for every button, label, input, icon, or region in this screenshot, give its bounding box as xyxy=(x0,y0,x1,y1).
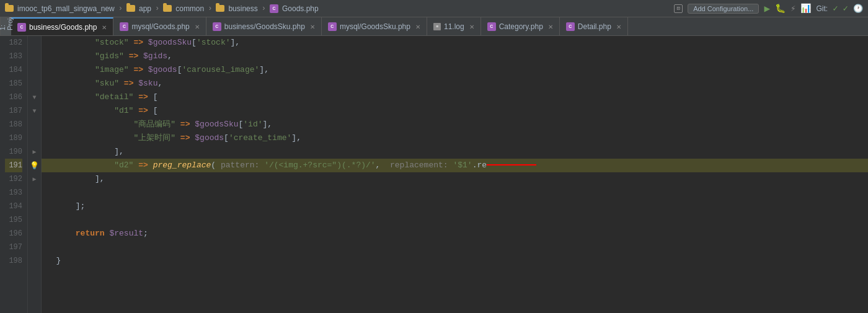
bracket-token: ( xyxy=(211,161,216,170)
line-numbers: 182 183 184 185 186 187 188 189 190 191 … xyxy=(0,36,28,313)
regex-token: '/(<img.+?src=")(.*?)/' xyxy=(264,161,375,170)
gutter-cell-bulb[interactable]: 💡 xyxy=(28,159,41,172)
tab-label: mysql/Goods.php xyxy=(131,22,189,31)
gutter-cell-fold[interactable]: ▼ xyxy=(28,90,41,104)
code-line-185: "sku" => $sku, xyxy=(42,77,868,90)
tab-mysql-goodssku[interactable]: C mysql/GoodsSku.php ✕ xyxy=(322,17,427,36)
tab-category[interactable]: C Category.php ✕ xyxy=(481,17,560,36)
gutter-cell xyxy=(28,213,41,227)
string-token: "gids" xyxy=(95,51,124,61)
tab-business-goods[interactable]: C business/Goods.php ✕ xyxy=(11,17,113,36)
fold-arrow-icon[interactable]: ▼ xyxy=(32,94,36,101)
line-number: 183 xyxy=(5,50,22,63)
string-token: 'stock' xyxy=(197,38,231,47)
tabs-bar: 1: Project C business/Goods.php ✕ C mysq… xyxy=(0,17,868,36)
gutter-cell-fold[interactable]: ▼ xyxy=(28,104,41,118)
coverage-button[interactable]: 📊 xyxy=(800,3,811,14)
folder-icon-common xyxy=(163,5,172,12)
line-number: 193 xyxy=(5,186,22,200)
operator-token: => xyxy=(138,161,148,170)
code-line-191: "d2" => preg_replace( pattern: '/(<img.+… xyxy=(42,159,868,172)
tab-close-button[interactable]: ✕ xyxy=(616,24,621,30)
run-button[interactable]: ▶ xyxy=(764,2,770,15)
tab-label: Category.php xyxy=(499,22,543,31)
gutter-cell xyxy=(28,186,41,200)
tab-close-button[interactable]: ✕ xyxy=(469,24,474,30)
git-check-2: ✓ xyxy=(843,3,848,14)
code-lines[interactable]: "stock" => $goodsSku['stock'], "gids" =>… xyxy=(42,36,868,313)
operator-token: => xyxy=(180,133,190,143)
gutter-cell xyxy=(28,200,41,213)
tab-business-goodssku[interactable]: C business/GoodsSku.php ✕ xyxy=(206,17,322,36)
folder-icon xyxy=(5,5,14,12)
operator-token: => xyxy=(138,106,148,115)
string-token: "stock" xyxy=(95,38,129,47)
param-label-token: pattern: xyxy=(221,161,259,170)
line-number: 182 xyxy=(5,36,22,50)
add-configuration-button[interactable]: Add Configuration... xyxy=(688,4,759,14)
operator-token: => xyxy=(138,92,148,102)
code-line-192: ], xyxy=(42,172,868,186)
line-number: 194 xyxy=(5,200,22,213)
code-line-196: return $result; xyxy=(42,227,868,240)
title-bar: imooc_tp6_mall_singwa_new › app › common… xyxy=(0,0,868,17)
tab-close-button[interactable]: ✕ xyxy=(548,24,553,30)
tab-label: 11.log xyxy=(444,22,464,31)
code-line-189: "上架时间" => $goods['create_time'], xyxy=(42,131,868,145)
gutter-cell xyxy=(28,118,41,131)
bracket-token: ] xyxy=(291,133,296,143)
string-token: "d2" xyxy=(114,161,133,170)
line-number: 190 xyxy=(5,145,22,159)
bulb-icon[interactable]: 💡 xyxy=(30,161,39,170)
tab-11log[interactable]: ≡ 11.log ✕ xyxy=(427,17,481,36)
tab-php-icon: C xyxy=(487,22,496,31)
gutter-cell-fold[interactable]: ▶ xyxy=(28,145,41,159)
code-line-190: ], xyxy=(42,145,868,159)
tab-close-button[interactable]: ✕ xyxy=(415,24,420,30)
bracket-token: [ xyxy=(153,106,158,115)
tab-close-button[interactable]: ✕ xyxy=(310,24,315,30)
gutter-cell xyxy=(28,227,41,240)
keyword-token: return xyxy=(76,229,105,238)
line-number: 196 xyxy=(5,227,22,240)
string-token: 'id' xyxy=(243,120,262,129)
line-number: 198 xyxy=(5,254,22,268)
project-panel-tab[interactable]: 1: Project xyxy=(0,17,11,35)
tab-log-icon: ≡ xyxy=(433,23,441,30)
code-line-187: "d1" => [ xyxy=(42,104,868,118)
tab-php-icon: C xyxy=(17,23,26,32)
operator-token: => xyxy=(133,65,143,74)
tab-detail[interactable]: C Detail.php ✕ xyxy=(560,17,628,36)
debug-button[interactable]: 🐛 xyxy=(775,3,786,14)
param-label-token: replacement: xyxy=(390,161,448,170)
code-editor[interactable]: 182 183 184 185 186 187 188 189 190 191 … xyxy=(0,36,868,313)
editor-area: 182 183 184 185 186 187 188 189 190 191 … xyxy=(0,36,868,313)
chinese-string-token: "上架时间" xyxy=(133,133,175,143)
tab-mysql-goods[interactable]: C mysql/Goods.php ✕ xyxy=(113,17,206,36)
tab-close-button[interactable]: ✕ xyxy=(195,24,200,30)
chinese-string-token: "商品编码" xyxy=(133,120,175,129)
gutter-cell-fold[interactable]: ▶ xyxy=(28,172,41,186)
title-bar-actions: ⊡ Add Configuration... ▶ 🐛 ⚡ 📊 Git: ✓ ✓ … xyxy=(674,2,863,15)
gutter-cell xyxy=(28,240,41,254)
code-line-195 xyxy=(42,213,868,227)
tab-close-button[interactable]: ✕ xyxy=(102,24,107,31)
line-number: 197 xyxy=(5,240,22,254)
string-token: '$1' xyxy=(453,161,472,170)
tab-label: business/Goods.php xyxy=(29,23,97,32)
gutter-cell xyxy=(28,36,41,50)
line-number: 187 xyxy=(5,104,22,118)
function-token: preg_replace xyxy=(153,161,211,170)
operator-token: => xyxy=(129,51,139,61)
folder-icon-app xyxy=(126,5,135,12)
fold-arrow-icon[interactable]: ▶ xyxy=(32,148,36,156)
folder-icon-business xyxy=(216,5,224,12)
string-token: "sku" xyxy=(95,79,119,88)
fold-arrow-icon[interactable]: ▼ xyxy=(32,108,36,115)
string-token: 'create_time' xyxy=(229,133,291,143)
fold-arrow-icon[interactable]: ▶ xyxy=(32,175,36,183)
bracket-token: [ xyxy=(192,38,197,47)
variable-token: $goodsSku xyxy=(148,38,192,47)
profile-button[interactable]: ⚡ xyxy=(790,3,795,14)
window-icon[interactable]: ⊡ xyxy=(674,4,683,13)
